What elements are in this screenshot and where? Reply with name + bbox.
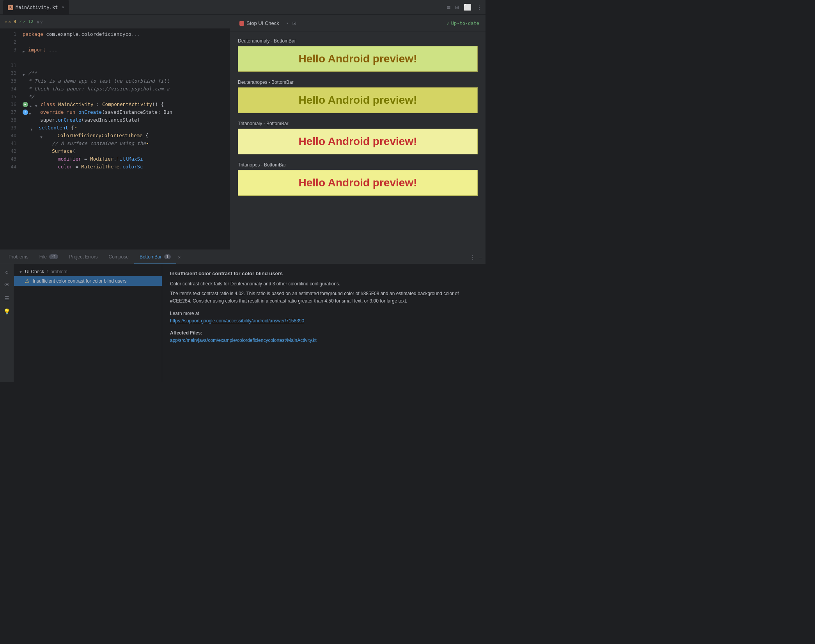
preview-tritanopes: Tritanopes - BottomBar Hello Android pre… [238,162,478,196]
tritanopes-text: Hello Android preview! [299,177,417,189]
detail-body-line-2: The item's text contrast ratio is 4.02. … [170,290,478,305]
tab-label: MainActivity.kt [16,5,58,10]
problem-item-contrast[interactable]: ⚠ Insufficient color contrast for color … [14,276,162,286]
hamburger-icon[interactable]: ≡ [447,4,451,11]
preview-toolbar: Stop UI Check ▾ ⊡ ✓ Up-to-date [230,15,485,32]
up-to-date-label: Up-to-date [451,21,479,26]
deuteranomaly-label: Deuteranomaly - BottomBar [238,38,478,44]
tab-problems-label: Problems [9,254,28,260]
detail-body-line-1: Color contrast check fails for Deuterano… [170,280,478,288]
code-line-3: ▶ import ... [19,46,230,54]
tab-close-bottom[interactable]: × [178,255,181,260]
tritanopes-box: Hello Android preview! [238,170,478,196]
warning-icon: ⚠ [5,19,7,24]
check-count: ✓ 12 [23,19,34,24]
preview-deuteranopes: Deuteranopes - BottomBar Hello Android p… [238,80,478,113]
up-arrow[interactable]: ∧ [37,19,39,25]
code-content[interactable]: package com.example.colordeficiencyco...… [19,29,230,249]
ui-check-count: 1 problem [46,269,67,274]
editor-toolbar: ⚠ ⚠ 9 ✓ ✓ 12 ∧ ∨ [0,15,230,29]
code-area: 1 2 3 31 32 33 34 35 36 37 38 39 40 41 4… [0,29,230,249]
deuteranopes-box: Hello Android preview! [238,87,478,113]
checkmark-icon: ✓ [447,21,450,26]
warning-triangle-icon: ⚠ [25,278,30,284]
code-line-40: ▼ ColorDeficiencyColorTestTheme { [19,132,230,140]
code-line-43: modifier = Modifier.fillMaxSi [19,155,230,163]
bottom-tabs: Problems File 21 Project Errors Compose … [0,250,485,264]
line-numbers: 1 2 3 31 32 33 34 35 36 37 38 39 40 41 4… [0,29,19,249]
detail-body: Color contrast check fails for Deuterano… [170,280,478,344]
bottom-minimize-icon[interactable]: — [479,254,482,260]
learn-more-link[interactable]: https://support.google.com/accessibility… [170,318,304,324]
stop-button-label: Stop UI Check [246,20,279,26]
tab-project-errors[interactable]: Project Errors [64,250,103,264]
code-line-blank1 [19,54,230,62]
problem-item-text: Insufficient color contrast for color bl… [33,278,127,284]
ui-check-label: UI Check [25,269,44,274]
code-line-33: * This is a demo app to test the colorbl… [19,77,230,85]
detail-learn-more: Learn more at https://support.google.com… [170,310,478,325]
tab-problems[interactable]: Problems [3,250,34,264]
preview-tritanomaly: Tritanomaly - BottomBar Hello Android pr… [238,121,478,154]
code-line-41: // A surface container using the [19,140,230,147]
tab-project-errors-label: Project Errors [69,254,97,260]
detail-panel: Insufficient color contrast for color bl… [162,264,485,382]
tritanopes-label: Tritanopes - BottomBar [238,162,478,168]
up-to-date-indicator: ✓ Up-to-date [447,21,479,26]
check-badge: ✓ ✓ 12 [19,19,34,24]
down-arrow[interactable]: ∨ [40,19,43,25]
deuteranopes-text: Hello Android preview! [299,94,417,106]
tab-bottom-bar[interactable]: BottomBar 1 [134,250,176,264]
editor-panel: ⚠ ⚠ 9 ✓ ✓ 12 ∧ ∨ 1 2 3 31 32 33 34 [0,15,230,249]
tab-main-activity[interactable]: K MainActivity.kt × [3,0,69,15]
bottom-content: ↻ 👁 ☰ 💡 ▼ UI Check 1 problem ⚠ Insuffici… [0,264,485,382]
preview-content: Deuteranomaly - BottomBar Hello Android … [230,32,485,249]
problems-list: ▼ UI Check 1 problem ⚠ Insufficient colo… [14,264,162,382]
nav-arrows[interactable]: ∧ ∨ [37,19,43,25]
ui-check-fold-button[interactable]: ▼ [19,270,23,274]
stop-ui-check-button[interactable]: Stop UI Check [236,19,282,28]
tritanomaly-label: Tritanomaly - BottomBar [238,121,478,126]
code-line-34: * Check this paper: https://vision.psych… [19,85,230,93]
eye-icon[interactable]: 👁 [3,281,11,289]
affected-file-link[interactable]: app/src/main/java/com/example/colordefic… [170,338,317,343]
tab-bottom-bar-label: BottomBar [140,254,162,260]
bottom-tab-icons: ⋮ — [470,254,482,260]
check-icon: ✓ [19,19,22,24]
tritanomaly-text: Hello Android preview! [299,135,417,148]
tab-compose-label: Compose [109,254,129,260]
tab-close-button[interactable]: × [62,5,64,10]
code-line-31 [19,62,230,69]
tab-file[interactable]: File 21 [34,250,64,264]
deuteranomaly-box: Hello Android preview! [238,46,478,72]
bottom-more-icon[interactable]: ⋮ [470,254,475,260]
tab-compose[interactable]: Compose [103,250,134,264]
code-line-44: color = MaterialTheme.colorSc [19,163,230,171]
preview-icon[interactable]: ⬜ [464,4,471,11]
stop-dropdown-arrow[interactable]: ▾ [286,21,289,25]
preview-deuteranomaly: Deuteranomaly - BottomBar Hello Android … [238,38,478,72]
warning-count: ⚠ 9 [9,19,16,24]
tab-bar: K MainActivity.kt × ≡ ⊞ ⬜ ⋮ [0,0,485,15]
deuteranopes-label: Deuteranopes - BottomBar [238,80,478,85]
deuteranomaly-text: Hello Android preview! [299,53,417,65]
learn-more-label: Learn more at [170,311,199,316]
code-line-2 [19,38,230,46]
code-line-36: ▶ ▶ ▼ class MainActivity : ComponentActi… [19,101,230,108]
code-line-39: ▼ setContent { [19,124,230,132]
list-icon[interactable]: ☰ [3,294,11,303]
affected-files-title: Affected Files: [170,330,202,336]
split-layout-icon[interactable]: ⊡ [292,19,296,27]
lightbulb-icon[interactable]: 💡 [3,307,11,316]
code-line-38: super.onCreate(savedInstanceState) [19,116,230,124]
file-badge: 21 [49,254,58,259]
bottom-bar-badge: 1 [164,254,171,259]
tab-file-label: File [39,254,47,260]
main-area: ⚠ ⚠ 9 ✓ ✓ 12 ∧ ∨ 1 2 3 31 32 33 34 [0,15,485,249]
layout-icon[interactable]: ⊞ [455,4,459,11]
more-icon[interactable]: ⋮ [476,4,482,11]
code-line-35: */ [19,93,230,101]
refresh-icon[interactable]: ↻ [3,267,11,276]
code-line-32: ▼ /** [19,69,230,77]
ui-check-header: ▼ UI Check 1 problem [14,267,162,276]
